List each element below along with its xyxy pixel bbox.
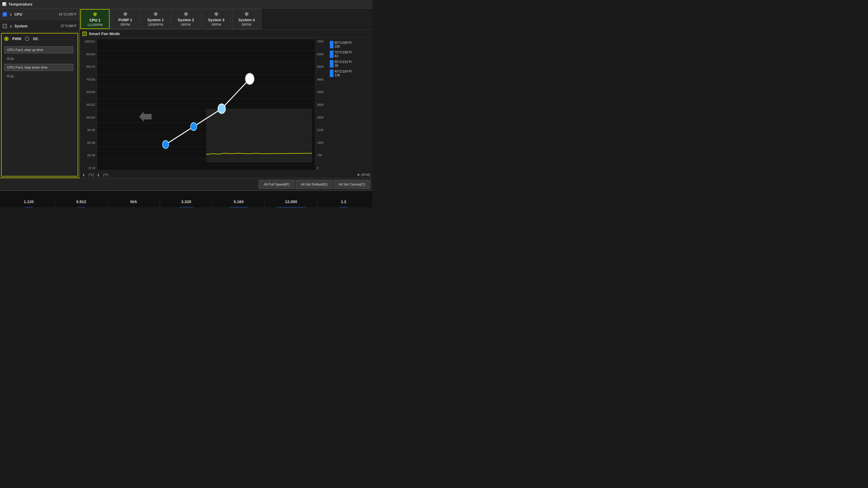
fan-tab-pump1[interactable]: ✾ PUMP 1 0RPM — [111, 9, 140, 29]
fan-tab-name-system2: System 2 — [178, 18, 194, 22]
fan-tab-rpm-cpu1: 1132RPM — [87, 23, 103, 27]
fahrenheit-therm-icon: 🌡 — [96, 173, 100, 177]
temp-legend-val-2: 38 — [335, 64, 352, 67]
pwm-radio[interactable] — [4, 37, 8, 41]
all-set-cancel-button[interactable]: All Set Cancel(C) — [334, 180, 370, 189]
chart-unit-right: ✾ (RPM) — [357, 173, 370, 177]
fan-icon-pump1: ✾ — [123, 11, 128, 17]
y-right-7: 2100 — [317, 128, 329, 132]
voltage-sys-5v-bar — [229, 207, 248, 207]
y-label-1: 90/194 — [81, 53, 95, 56]
fan-icon-system4: ✾ — [244, 11, 249, 17]
voltage-dram-value: 1.2 — [341, 199, 346, 204]
temp-legend: 85°C/185°F/ 100 70°C/158°F/ 63 55°C/131°… — [329, 39, 371, 171]
voltage-sys-5v: 5.160 System/5V — [213, 199, 265, 207]
svg-point-14 — [218, 104, 225, 113]
fan-curve-svg — [97, 39, 315, 170]
all-full-speed-button[interactable]: All Full Speed(F) — [259, 180, 294, 189]
y-label-7: 30/ 86 — [81, 128, 95, 132]
chart-section: 100/212 90/194 80/176 70/158 60/140 50/1… — [80, 38, 372, 172]
fan-tab-name-system1: System 1 — [147, 18, 163, 22]
step-down-button[interactable]: CPU Fan1 step down time — [4, 64, 73, 71]
fan-tab-system3[interactable]: ✾ System 3 0RPM — [202, 9, 231, 29]
chart-units-bar: 🌡 (°C) 🌡 (°F) ✾ (RPM) — [80, 172, 372, 178]
fan-icon-system3: ✾ — [214, 11, 219, 17]
header-icon: 📊 — [2, 2, 6, 6]
y-label-3: 70/158 — [81, 78, 95, 81]
dc-label: DC — [33, 37, 38, 41]
y-axis-left: 100/212 90/194 80/176 70/158 60/140 50/1… — [81, 39, 97, 171]
voltage-cpu-nb-value: 0.912 — [76, 199, 86, 204]
fan-tab-system4[interactable]: ✾ System 4 0RPM — [232, 9, 261, 29]
fan-tab-system2[interactable]: ✾ System 2 0RPM — [171, 9, 200, 29]
voltage-cpu-core: 1.120 CPU Core — [3, 199, 55, 207]
temp-legend-row-0: 85°C/185°F/ 100 — [330, 41, 370, 48]
y-right-0: 7000 — [317, 40, 329, 43]
system-sensor-value: 37°C/98°F — [61, 24, 76, 28]
voltage-cpu-vddp-bar — [133, 207, 135, 207]
voltage-sys-12v-bar-container — [266, 206, 316, 207]
dc-radio[interactable] — [25, 37, 29, 41]
app-header: 📊 Temperature — [0, 0, 372, 8]
fan-tab-rpm-system1: 1008RPM — [148, 23, 163, 27]
y-right-5: 3500 — [317, 103, 329, 106]
cpu-sensor-name: CPU — [14, 12, 59, 17]
smart-fan-label: Smart Fan Mode — [89, 31, 120, 36]
y-label-6: 40/104 — [81, 116, 95, 119]
voltage-cpu-core-bar-container — [4, 206, 54, 207]
y-label-9: 10/ 50 — [81, 154, 95, 157]
left-panel: ✓ 🌡 CPU 41°C/105°F 🌡 System 37°C/98°F PW… — [0, 8, 80, 178]
fan-tab-system1[interactable]: ✾ System 1 1008RPM — [141, 9, 170, 29]
fan-tabs: ✾ CPU 1 1132RPM ✾ PUMP 1 0RPM ✾ System 1… — [80, 8, 372, 30]
voltage-sys-33-value: 3.328 — [181, 199, 191, 204]
y-right-10: 0 — [317, 166, 329, 170]
temp-legend-temp-2: 55°C/131°F/ — [335, 60, 352, 64]
voltage-cpu-core-value: 1.120 — [24, 199, 34, 204]
temp-legend-val-1: 63 — [335, 54, 352, 58]
y-label-8: 20/ 68 — [81, 141, 95, 144]
y-right-1: 6300 — [317, 53, 329, 56]
svg-rect-11 — [206, 109, 312, 162]
cpu-checkbox[interactable]: ✓ — [3, 12, 7, 17]
fahrenheit-unit: (°F) — [103, 173, 108, 177]
system-sensor-row[interactable]: 🌡 System 37°C/98°F — [0, 20, 79, 32]
temp-bar-0 — [330, 41, 334, 48]
celsius-unit: (°C) — [88, 173, 94, 177]
system-checkbox[interactable] — [3, 24, 7, 28]
voltage-cpu-vddp-value: N/A — [130, 199, 137, 204]
fan-tab-cpu1[interactable]: ✾ CPU 1 1132RPM — [80, 9, 110, 29]
temp-legend-row-1: 70°C/158°F/ 63 — [330, 51, 370, 58]
voltage-cpu-core-bar — [25, 207, 33, 207]
chart-canvas[interactable] — [97, 39, 315, 171]
svg-point-15 — [245, 73, 254, 85]
svg-point-13 — [190, 123, 196, 131]
y-label-2: 80/176 — [81, 65, 95, 68]
left-controls: PWM DC CPU Fan1 step up time : 0.1s CPU … — [1, 33, 78, 176]
voltage-sys-33: 3.328 System/3.3V — [160, 199, 213, 207]
header-title: Temperature — [8, 2, 32, 6]
cpu-sensor-row[interactable]: ✓ 🌡 CPU 41°C/105°F — [0, 8, 79, 20]
voltage-cpu-nb-bar-container — [56, 206, 106, 207]
voltage-sys-33-bar — [179, 207, 193, 207]
chart-unit-left: 🌡 (°C) 🌡 (°F) — [82, 173, 108, 177]
smart-fan-checkbox[interactable]: ✓ — [83, 32, 87, 36]
voltage-dram-bar — [339, 207, 348, 207]
fan-tab-name-pump1: PUMP 1 — [118, 18, 132, 22]
fan-tab-rpm-system4: 0RPM — [242, 23, 251, 27]
y-right-4: 4200 — [317, 90, 329, 94]
voltage-sys-33-bar-container — [161, 206, 211, 207]
temp-legend-row-2: 55°C/131°F/ 38 — [330, 60, 370, 67]
fan-icon-system2: ✾ — [184, 11, 188, 17]
temp-bar-3 — [330, 70, 334, 77]
bottom-buttons: All Full Speed(F) All Set Default(D) All… — [0, 178, 372, 190]
y-right-3: 4900 — [317, 78, 329, 81]
system-sensor-icon: 🌡 — [9, 24, 13, 28]
y-right-2: 5600 — [317, 65, 329, 68]
voltage-sys-12v-bar — [277, 207, 306, 207]
all-set-default-button[interactable]: All Set Default(D) — [296, 180, 333, 189]
voltage-cpu-nb: 0.912 CPU NB — [55, 199, 107, 207]
step-up-button[interactable]: CPU Fan1 step up time — [4, 46, 73, 54]
voltage-sys-5v-value: 5.160 — [234, 199, 244, 204]
fan-tab-rpm-pump1: 0RPM — [121, 23, 130, 27]
voltage-sys-12v: 12.000 System/12V — [265, 199, 317, 207]
